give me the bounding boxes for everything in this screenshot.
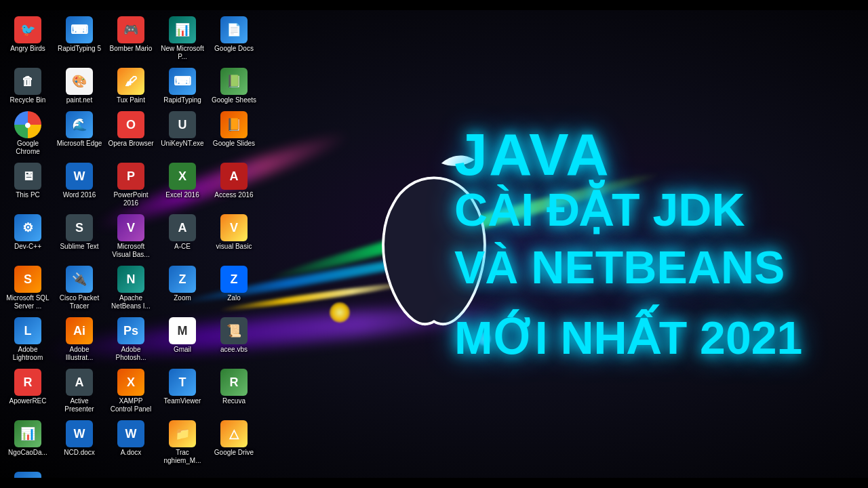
desktop: 🐦Angry Birds⌨RapidTyping 5🎮Bomber Mario📊… [0,10,258,485]
icon-paint-net[interactable]: 🎨paint.net [55,65,104,107]
icon-img-ms-sql: S [14,266,41,293]
title-java: JAVA [454,125,848,184]
icon-zoom[interactable]: ZZoom [158,263,207,313]
icon-label-adobe-ai: Adobe Illustrat... [56,346,102,362]
icon-img-google-sheets: 📗 [220,68,248,95]
icon-apache-netbeans[interactable]: NApache NetBeans I... [106,263,155,313]
icon-label-rapid-typing2: RapidTyping [163,96,201,104]
icon-ngocaoda[interactable]: 📊NgoCaoDa... [3,418,52,468]
icon-img-adobe-ai: Ai [66,317,93,344]
icon-ms-sql[interactable]: SMicrosoft SQL Server ... [3,263,52,313]
icon-this-pc[interactable]: 🖥This PC [3,160,52,210]
icon-google-drive[interactable]: △Google Drive [210,418,258,468]
icon-apowerrec[interactable]: RApowerREC [3,366,52,416]
icon-ncd-docx[interactable]: WNCD.docx [55,418,104,468]
icon-img-new-ms-p: 📊 [169,16,196,43]
icon-img-ppt-2016: P [117,163,144,190]
icon-label-word-2016: Word 2016 [63,191,96,199]
icon-recycle-bin[interactable]: 🗑Recycle Bin [3,65,52,107]
icon-visual-basic[interactable]: Vvisual Basic [210,211,258,262]
icon-label-tux-paint: Tux Paint [117,96,145,104]
icon-img-visual-basic: V [220,214,248,241]
icon-label-acee-vbs: acee.vbs [220,346,248,354]
icon-ms-visual[interactable]: VMicrosoft Visual Bas... [106,211,155,262]
icon-unikey[interactable]: UUniKeyNT.exe [158,108,207,159]
icon-sublime[interactable]: SSublime Text [55,211,104,262]
icon-label-google-drive: Google Drive [214,449,254,457]
title-moi-nhat: MỚI NHẤT 2021 [454,312,848,363]
icon-label-this-pc: This PC [16,191,40,199]
icon-img-adobe-lr: L [14,317,41,344]
icon-label-active-presenter: Active Presenter [56,397,102,413]
icon-label-ms-edge: Microsoft Edge [57,140,102,148]
icon-bomber-mario[interactable]: 🎮Bomber Mario [106,14,155,64]
icon-trac-nghiem[interactable]: 📁Trac nghiem_M... [158,418,207,468]
icon-xampp[interactable]: XXAMPP Control Panel [106,366,155,416]
icon-label-gmail: Gmail [174,346,191,354]
icon-active-presenter[interactable]: AActive Presenter [55,366,104,416]
icon-adobe-ai[interactable]: AiAdobe Illustrat... [55,314,104,365]
icon-img-google-chrome: ● [14,111,41,138]
icon-img-active-presenter: A [66,369,93,396]
icon-teamviewer[interactable]: TTeamViewer [158,366,207,416]
icon-img-recycle-bin: 🗑 [14,68,41,95]
icon-recuva[interactable]: RRecuva [210,366,258,416]
icon-angry-birds[interactable]: 🐦Angry Birds [3,14,52,64]
icon-img-opera: O [117,111,144,138]
icon-img-google-drive: △ [220,420,248,447]
title-cai-dat: CÀI ĐẶT JDK [454,184,848,235]
icon-img-access-2016: A [220,163,248,190]
icon-google-chrome[interactable]: ●Google Chrome [3,108,52,159]
icon-img-ace: A [169,214,196,241]
icon-google-sheets[interactable]: 📗Google Sheets [210,65,258,107]
icon-label-ace: A-CE [174,243,191,251]
icon-label-excel-2016: Excel 2016 [165,191,199,199]
icon-google-docs[interactable]: 📄Google Docs [210,14,258,64]
icon-img-apache-netbeans: N [117,266,144,293]
icon-img-adobe-ps: Ps [117,317,144,344]
icon-acee-vbs[interactable]: 📜acee.vbs [210,314,258,365]
icon-img-devcpp: ⚙ [14,214,41,241]
icon-tux-paint[interactable]: 🖌Tux Paint [106,65,155,107]
icon-img-this-pc: 🖥 [14,163,41,190]
icon-img-ms-edge: 🌊 [66,111,93,138]
icon-ppt-2016[interactable]: PPowerPoint 2016 [106,160,155,210]
icon-rapid-typing2[interactable]: ⌨RapidTyping [158,65,207,107]
icon-label-access-2016: Access 2016 [214,191,253,199]
icon-excel-2016[interactable]: XExcel 2016 [158,160,207,210]
icon-opera[interactable]: OOpera Browser [106,108,155,159]
icon-rapid-typing-5[interactable]: ⌨RapidTyping 5 [55,14,104,64]
icon-img-acee-vbs: 📜 [220,317,248,344]
icon-a-docx[interactable]: WA.docx [106,418,155,468]
icon-label-ms-sql: Microsoft SQL Server ... [5,294,51,310]
icon-label-recuva: Recuva [222,397,245,405]
icon-img-ncd-docx: W [66,420,93,447]
icon-word-2016[interactable]: WWord 2016 [55,160,104,210]
icon-adobe-ps[interactable]: PsAdobe Photosh... [106,314,155,365]
title-overlay: JAVA CÀI ĐẶT JDK VÀ NETBEANS MỚI NHẤT 20… [434,0,868,488]
icon-label-sublime: Sublime Text [60,243,98,251]
icon-zalo[interactable]: ZZalo [210,263,258,313]
icon-devcpp[interactable]: ⚙Dev-C++ [3,211,52,262]
icon-cisco[interactable]: 🔌Cisco Packet Tracer [55,263,104,313]
icon-label-adobe-ps: Adobe Photosh... [108,346,154,362]
icon-google-slides[interactable]: 📙Google Slides [210,108,258,159]
icon-label-ngocaoda: NgoCaoDa... [8,449,47,457]
icon-img-a-docx: W [117,420,144,447]
icon-access-2016[interactable]: AAccess 2016 [210,160,258,210]
icon-img-ms-visual: V [117,214,144,241]
icon-ms-edge[interactable]: 🌊Microsoft Edge [55,108,104,159]
icon-img-sublime: S [66,214,93,241]
icon-adobe-lr[interactable]: LAdobe Lightroom [3,314,52,365]
icon-ace[interactable]: AA-CE [158,211,207,262]
icon-img-google-docs: 📄 [220,16,248,43]
icon-label-trac-nghiem: Trac nghiem_M... [159,449,205,465]
icon-img-zoom: Z [169,266,196,293]
title-va-netbeans: VÀ NETBEANS [454,242,848,293]
icon-img-xampp: X [117,369,144,396]
icon-new-ms-p[interactable]: 📊New Microsoft P... [158,14,207,64]
icon-label-zalo: Zalo [227,294,240,302]
icon-label-rapid-typing-5: RapidTyping 5 [58,45,101,53]
icon-label-google-slides: Google Slides [213,140,255,148]
icon-gmail[interactable]: MGmail [158,314,207,365]
